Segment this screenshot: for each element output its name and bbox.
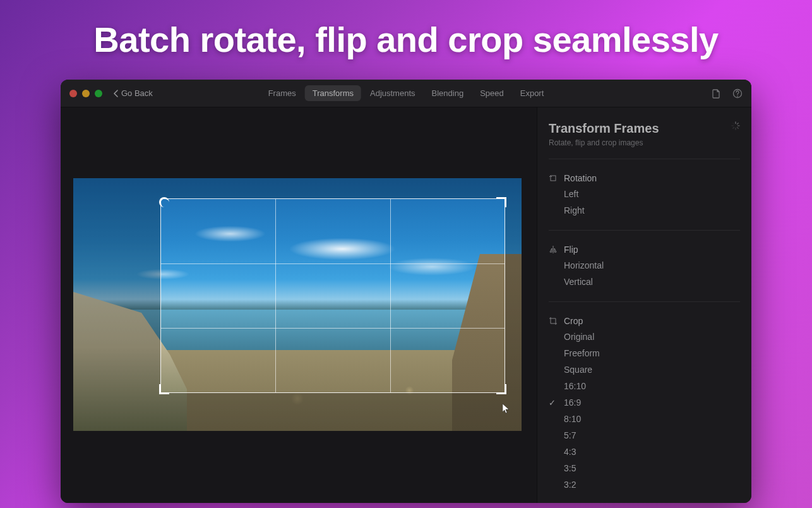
- tab-bar: Frames Transforms Adjustments Blending S…: [261, 85, 552, 101]
- crop-original-option[interactable]: Original: [549, 329, 740, 345]
- flip-vertical-option[interactable]: Vertical: [549, 274, 740, 290]
- crop-overlay[interactable]: [160, 198, 505, 393]
- flip-icon: [549, 245, 558, 254]
- rotation-right-option[interactable]: Right: [549, 202, 740, 219]
- crop-4-3-option[interactable]: 4:3: [549, 444, 740, 460]
- crop-grid-line: [390, 199, 391, 392]
- section-crop: Crop Original Freeform Square 16:10 ✓16:…: [549, 313, 740, 493]
- crop-grid-line: [161, 263, 505, 264]
- divider: [549, 230, 740, 231]
- crop-handle-top-left[interactable]: [159, 197, 169, 207]
- tab-blending[interactable]: Blending: [424, 85, 472, 101]
- crop-3-2-option[interactable]: 3:2: [549, 476, 740, 493]
- section-flip: Flip Horizontal Vertical: [549, 242, 740, 290]
- crop-grid-line: [161, 328, 505, 329]
- section-rotation: Rotation Left Right: [549, 171, 740, 219]
- flip-horizontal-option[interactable]: Horizontal: [549, 257, 740, 274]
- svg-line-8: [733, 123, 734, 124]
- svg-line-4: [737, 127, 738, 128]
- traffic-lights: [69, 90, 102, 97]
- titlebar: Go Back Frames Transforms Adjustments Bl…: [61, 80, 751, 107]
- help-icon[interactable]: [732, 88, 743, 99]
- chevron-left-icon: [114, 90, 119, 97]
- crop-handle-bottom-left[interactable]: [159, 384, 169, 394]
- crop-16-10-option[interactable]: 16:10: [549, 378, 740, 394]
- crop-8-10-option[interactable]: 8:10: [549, 411, 740, 427]
- window-maximize-button[interactable]: [95, 90, 102, 97]
- tab-export[interactable]: Export: [513, 85, 552, 101]
- window-minimize-button[interactable]: [82, 90, 90, 97]
- canvas-area: [61, 107, 537, 503]
- crop-3-5-option[interactable]: 3:5: [549, 460, 740, 476]
- marketing-headline: Batch rotate, flip and crop seamlessly: [0, 19, 812, 60]
- window-close-button[interactable]: [69, 90, 77, 97]
- tab-adjustments[interactable]: Adjustments: [362, 85, 423, 101]
- rotation-label: Rotation: [564, 173, 597, 183]
- go-back-button[interactable]: Go Back: [114, 88, 153, 98]
- window-body: Transform Frames Rotate, flip and crop i…: [61, 107, 751, 503]
- crop-freeform-option[interactable]: Freeform: [549, 345, 740, 361]
- crop-16-9-option[interactable]: ✓16:9: [549, 394, 740, 411]
- rotation-left-option[interactable]: Left: [549, 186, 740, 202]
- inspector-subtitle: Rotate, flip and crop images: [549, 138, 659, 147]
- crop-handle-top-right[interactable]: [496, 197, 506, 207]
- crop-grid-line: [275, 199, 276, 392]
- inspector-panel: Transform Frames Rotate, flip and crop i…: [537, 107, 751, 503]
- app-window: Go Back Frames Transforms Adjustments Bl…: [61, 80, 751, 503]
- crop-label: Crop: [564, 316, 583, 326]
- flip-label: Flip: [564, 245, 578, 255]
- svg-line-2: [737, 123, 738, 124]
- document-icon[interactable]: [711, 88, 721, 99]
- crop-5-7-option[interactable]: 5:7: [549, 427, 740, 444]
- crop-icon: [549, 317, 558, 325]
- rotation-icon: [549, 174, 558, 183]
- cursor-icon: [503, 404, 510, 416]
- divider: [549, 159, 740, 159]
- crop-handle-bottom-right[interactable]: [496, 384, 506, 394]
- inspector-title: Transform Frames: [549, 121, 659, 136]
- titlebar-right: [711, 88, 743, 99]
- tab-transforms[interactable]: Transforms: [305, 85, 361, 101]
- crop-square-option[interactable]: Square: [549, 361, 740, 378]
- divider: [549, 301, 740, 302]
- spinner-icon: [731, 121, 740, 130]
- tab-frames[interactable]: Frames: [261, 85, 304, 101]
- go-back-label: Go Back: [121, 88, 153, 98]
- svg-line-6: [733, 127, 734, 128]
- tab-speed[interactable]: Speed: [472, 85, 511, 101]
